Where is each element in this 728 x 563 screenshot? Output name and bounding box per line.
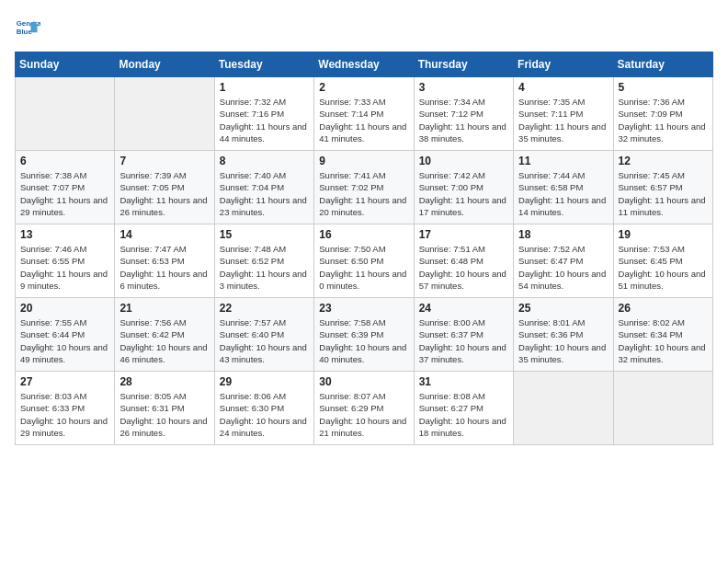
day-number: 6 [20,155,109,167]
day-number: 2 [319,81,408,94]
calendar-cell: 31Sunrise: 8:08 AM Sunset: 6:27 PM Dayli… [414,372,513,445]
day-number: 1 [220,81,309,94]
day-number: 31 [419,375,508,388]
day-number: 22 [220,302,309,315]
day-info: Sunrise: 7:40 AM Sunset: 7:04 PM Dayligh… [220,169,309,218]
day-info: Sunrise: 7:47 AM Sunset: 6:53 PM Dayligh… [119,243,209,292]
day-number: 13 [20,228,109,241]
day-info: Sunrise: 8:03 AM Sunset: 6:33 PM Dayligh… [20,390,109,439]
day-info: Sunrise: 7:34 AM Sunset: 7:12 PM Dayligh… [419,96,508,144]
day-number: 7 [119,155,209,167]
day-number: 28 [119,375,209,388]
calendar-cell: 30Sunrise: 8:07 AM Sunset: 6:29 PM Dayli… [314,372,414,445]
logo: General Blue [15,15,44,40]
calendar-cell: 4Sunrise: 7:35 AM Sunset: 7:11 PM Daylig… [514,77,613,151]
day-info: Sunrise: 7:48 AM Sunset: 6:52 PM Dayligh… [220,243,309,292]
day-info: Sunrise: 8:07 AM Sunset: 6:29 PM Dayligh… [319,390,408,439]
calendar-cell [514,372,613,445]
day-number: 23 [319,302,408,315]
day-info: Sunrise: 8:02 AM Sunset: 6:34 PM Dayligh… [619,316,708,365]
weekday-header: Tuesday [214,52,313,77]
calendar-week-row: 13Sunrise: 7:46 AM Sunset: 6:55 PM Dayli… [16,224,713,298]
day-number: 17 [419,228,508,241]
calendar-week-row: 1Sunrise: 7:32 AM Sunset: 7:16 PM Daylig… [16,77,713,151]
weekday-header: Wednesday [314,52,414,77]
day-number: 11 [518,155,608,167]
day-info: Sunrise: 8:06 AM Sunset: 6:30 PM Dayligh… [220,390,309,439]
calendar-table: SundayMondayTuesdayWednesdayThursdayFrid… [15,52,713,445]
day-info: Sunrise: 8:05 AM Sunset: 6:31 PM Dayligh… [119,390,209,439]
day-info: Sunrise: 7:45 AM Sunset: 6:57 PM Dayligh… [619,169,708,218]
day-number: 27 [20,375,109,388]
calendar-cell: 6Sunrise: 7:38 AM Sunset: 7:07 PM Daylig… [16,151,115,224]
calendar-cell: 10Sunrise: 7:42 AM Sunset: 7:00 PM Dayli… [414,151,513,224]
calendar-cell: 20Sunrise: 7:55 AM Sunset: 6:44 PM Dayli… [16,298,115,372]
calendar-cell: 14Sunrise: 7:47 AM Sunset: 6:53 PM Dayli… [115,224,214,298]
day-number: 18 [518,228,608,241]
calendar-cell [613,372,712,445]
day-number: 29 [220,375,309,388]
calendar-cell: 8Sunrise: 7:40 AM Sunset: 7:04 PM Daylig… [214,151,313,224]
day-number: 9 [319,155,408,167]
calendar-cell: 12Sunrise: 7:45 AM Sunset: 6:57 PM Dayli… [613,151,712,224]
calendar-cell: 27Sunrise: 8:03 AM Sunset: 6:33 PM Dayli… [16,372,115,445]
day-info: Sunrise: 7:55 AM Sunset: 6:44 PM Dayligh… [20,316,109,365]
day-number: 25 [518,302,608,315]
day-info: Sunrise: 7:39 AM Sunset: 7:05 PM Dayligh… [119,169,209,218]
day-info: Sunrise: 7:58 AM Sunset: 6:39 PM Dayligh… [319,316,408,365]
day-info: Sunrise: 7:44 AM Sunset: 6:58 PM Dayligh… [518,169,608,218]
weekday-header: Monday [115,52,214,77]
day-number: 14 [119,228,209,241]
day-number: 21 [119,302,209,315]
calendar-cell: 7Sunrise: 7:39 AM Sunset: 7:05 PM Daylig… [115,151,214,224]
day-number: 24 [419,302,508,315]
day-number: 5 [619,81,708,94]
weekday-header: Friday [514,52,613,77]
calendar-cell: 16Sunrise: 7:50 AM Sunset: 6:50 PM Dayli… [314,224,414,298]
day-number: 15 [220,228,309,241]
day-info: Sunrise: 7:38 AM Sunset: 7:07 PM Dayligh… [20,169,109,218]
calendar-header-row: SundayMondayTuesdayWednesdayThursdayFrid… [16,52,713,77]
calendar-cell: 23Sunrise: 7:58 AM Sunset: 6:39 PM Dayli… [314,298,414,372]
day-info: Sunrise: 7:33 AM Sunset: 7:14 PM Dayligh… [319,96,408,144]
calendar-cell: 25Sunrise: 8:01 AM Sunset: 6:36 PM Dayli… [514,298,613,372]
calendar-week-row: 20Sunrise: 7:55 AM Sunset: 6:44 PM Dayli… [16,298,713,372]
day-info: Sunrise: 7:56 AM Sunset: 6:42 PM Dayligh… [119,316,209,365]
day-number: 10 [419,155,508,167]
day-info: Sunrise: 7:35 AM Sunset: 7:11 PM Dayligh… [518,96,608,144]
day-info: Sunrise: 7:53 AM Sunset: 6:45 PM Dayligh… [619,243,708,292]
calendar-cell: 13Sunrise: 7:46 AM Sunset: 6:55 PM Dayli… [16,224,115,298]
calendar-cell [16,77,115,151]
day-number: 4 [518,81,608,94]
day-number: 20 [20,302,109,315]
calendar-cell: 1Sunrise: 7:32 AM Sunset: 7:16 PM Daylig… [214,77,313,151]
calendar-cell: 5Sunrise: 7:36 AM Sunset: 7:09 PM Daylig… [613,77,712,151]
day-info: Sunrise: 7:36 AM Sunset: 7:09 PM Dayligh… [619,96,708,144]
day-info: Sunrise: 8:01 AM Sunset: 6:36 PM Dayligh… [518,316,608,365]
calendar-cell: 26Sunrise: 8:02 AM Sunset: 6:34 PM Dayli… [613,298,712,372]
day-info: Sunrise: 7:41 AM Sunset: 7:02 PM Dayligh… [319,169,408,218]
calendar-week-row: 6Sunrise: 7:38 AM Sunset: 7:07 PM Daylig… [16,151,713,224]
day-number: 12 [619,155,708,167]
calendar-cell: 11Sunrise: 7:44 AM Sunset: 6:58 PM Dayli… [514,151,613,224]
weekday-header: Thursday [414,52,513,77]
calendar-week-row: 27Sunrise: 8:03 AM Sunset: 6:33 PM Dayli… [16,372,713,445]
calendar-cell: 29Sunrise: 8:06 AM Sunset: 6:30 PM Dayli… [214,372,313,445]
weekday-header: Saturday [613,52,712,77]
day-info: Sunrise: 8:00 AM Sunset: 6:37 PM Dayligh… [419,316,508,365]
calendar-cell: 28Sunrise: 8:05 AM Sunset: 6:31 PM Dayli… [115,372,214,445]
calendar-cell: 21Sunrise: 7:56 AM Sunset: 6:42 PM Dayli… [115,298,214,372]
day-number: 3 [419,81,508,94]
calendar-cell: 2Sunrise: 7:33 AM Sunset: 7:14 PM Daylig… [314,77,414,151]
day-info: Sunrise: 7:32 AM Sunset: 7:16 PM Dayligh… [220,96,309,144]
calendar-cell: 24Sunrise: 8:00 AM Sunset: 6:37 PM Dayli… [414,298,513,372]
calendar-cell: 22Sunrise: 7:57 AM Sunset: 6:40 PM Dayli… [214,298,313,372]
day-number: 8 [220,155,309,167]
day-number: 26 [619,302,708,315]
day-info: Sunrise: 7:51 AM Sunset: 6:48 PM Dayligh… [419,243,508,292]
calendar-cell: 19Sunrise: 7:53 AM Sunset: 6:45 PM Dayli… [613,224,712,298]
day-info: Sunrise: 7:42 AM Sunset: 7:00 PM Dayligh… [419,169,508,218]
day-number: 16 [319,228,408,241]
calendar-cell: 15Sunrise: 7:48 AM Sunset: 6:52 PM Dayli… [214,224,313,298]
day-info: Sunrise: 7:52 AM Sunset: 6:47 PM Dayligh… [518,243,608,292]
